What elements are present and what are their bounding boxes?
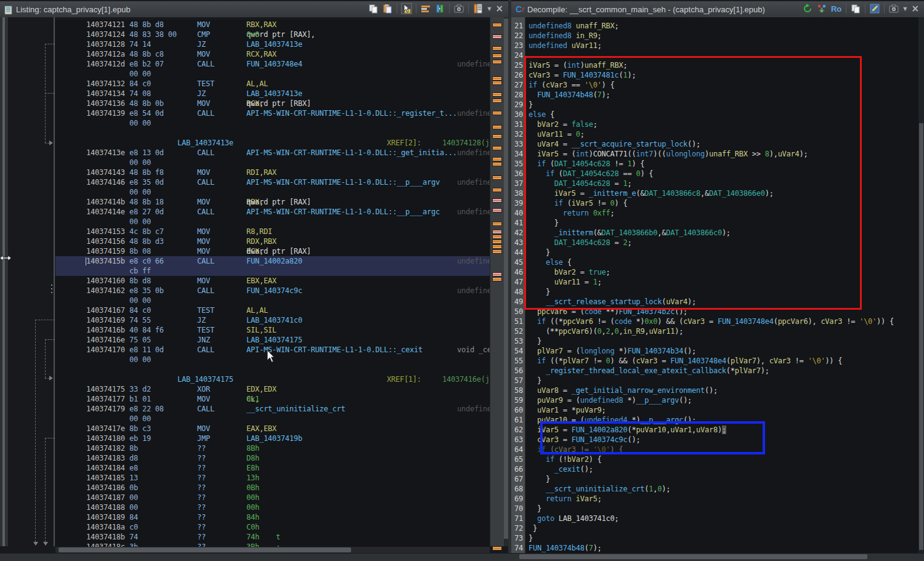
- code-line[interactable]: 72 }: [511, 523, 918, 533]
- code-line[interactable]: 60 uVar1 = *puVar9;: [511, 405, 918, 415]
- bookmark-marker[interactable]: [492, 240, 502, 244]
- code-line[interactable]: 52 (**ppcVar6)(0,2,0,in_R9,uVar11);: [511, 326, 918, 336]
- code-line[interactable]: 45 else {: [511, 257, 918, 267]
- code-line[interactable]: 37 DAT_14054c628 = 1;: [511, 179, 918, 188]
- bookmark-marker[interactable]: [492, 188, 502, 192]
- bookmark-marker[interactable]: [492, 249, 502, 254]
- code-line[interactable]: 21undefined8 unaff_RBX;: [511, 21, 918, 31]
- listing-row[interactable]: 14037412448 83 38 00CMPqword ptr [RAX],0…: [55, 30, 490, 39]
- listing-row[interactable]: 140374162e8 35 0bCALLFUN_140374c9cundefi…: [55, 286, 490, 296]
- dropdown-icon[interactable]: ▼: [487, 6, 491, 12]
- bookmark-marker[interactable]: [492, 34, 502, 39]
- listing-row[interactable]: 1403741860b??0Bh: [55, 483, 490, 493]
- snapshot-icon[interactable]: [889, 4, 899, 14]
- code-line[interactable]: 31 bVar2 = false;: [511, 119, 918, 129]
- listing-hscroll-thumb[interactable]: [59, 547, 351, 552]
- listing-row[interactable]: 140374177b1 01MOVCL,0x1: [55, 394, 490, 404]
- bookmark-marker[interactable]: [492, 235, 502, 239]
- bookmark-marker[interactable]: [492, 99, 502, 103]
- listing-row[interactable]: 14037412a48 8b c8MOVRCX,RAX: [55, 49, 490, 59]
- code-line[interactable]: 53 }: [511, 336, 918, 346]
- bookmark-marker[interactable]: [492, 162, 502, 166]
- listing-row[interactable]: 00 00: [55, 158, 490, 167]
- decompiled-code[interactable]: 21undefined8 unaff_RBX;22undefined8 in_R…: [511, 21, 918, 553]
- listing-label-row[interactable]: LAB_14037413eXREF[2]:140374128(j: [55, 138, 490, 148]
- code-line[interactable]: 23undefined uVar11;: [511, 41, 918, 50]
- code-line[interactable]: 35 if (DAT_14054c628 != 1) {: [511, 159, 918, 169]
- edit-icon[interactable]: [870, 4, 880, 14]
- code-line[interactable]: 55 if ((*plVar7 != 0) && (cVar3 = FUN_14…: [511, 356, 918, 366]
- code-line[interactable]: 56 _register_thread_local_exe_atexit_cal…: [511, 366, 918, 376]
- bookmark-marker[interactable]: [492, 134, 502, 139]
- code-line[interactable]: 30else {: [511, 110, 918, 119]
- refresh-icon[interactable]: [803, 4, 813, 14]
- listing-row[interactable]: 00 00: [55, 118, 490, 128]
- code-line[interactable]: 61 puVar10 = (undefined4 *)__p___argc();: [511, 415, 918, 425]
- listing-row[interactable]: 140374170e8 11 0dCALLAPI-MS-WIN-CRT-RUNT…: [55, 345, 490, 355]
- code-line[interactable]: 57 }: [511, 376, 918, 385]
- code-line[interactable]: 65 if (!bVar2) {: [511, 454, 918, 464]
- code-line[interactable]: 62 iVar5 = FUN_14002a820(*puVar10,uVar1,…: [511, 425, 918, 435]
- listing-row[interactable]: 14037413284 c0TESTAL,AL: [55, 79, 490, 89]
- cursor-select-icon[interactable]: [402, 4, 411, 14]
- bookmark-marker[interactable]: [492, 176, 502, 180]
- listing-row[interactable]: 1403741598b 08MOVECX,dword ptr [RAX]: [55, 246, 490, 256]
- listing-row[interactable]: 14037416784 c0TESTAL,AL: [55, 305, 490, 315]
- listing-row[interactable]: 140374139e8 54 0dCALLAPI-MS-WIN-CRT-RUNT…: [55, 108, 490, 118]
- code-line[interactable]: 50 ppcVar6 = (code **)FUN_140374b2c();: [511, 307, 918, 317]
- listing-row[interactable]: 00 00: [55, 414, 490, 424]
- code-line[interactable]: 41 }: [511, 218, 918, 228]
- listing-row[interactable]: 14037416974 55JZLAB_1403741c0: [55, 315, 490, 325]
- listing-row[interactable]: 1403741828b??8Bh: [55, 443, 490, 453]
- bookmark-marker[interactable]: [492, 23, 502, 27]
- dropdown-icon[interactable]: ▼: [903, 6, 907, 12]
- copy-icon[interactable]: [851, 4, 861, 14]
- bookmark-marker[interactable]: [492, 272, 502, 276]
- bookmark-marker[interactable]: [492, 244, 502, 249]
- bookmark-marker[interactable]: [492, 60, 502, 64]
- listing-row[interactable]: 14037418ac0??C0h: [55, 522, 490, 532]
- listing-row[interactable]: 14037412148 8b d8MOVRBX,RAX: [55, 20, 490, 30]
- code-line[interactable]: 49 __scrt_release_startup_lock(uVar4);: [511, 297, 918, 307]
- code-line[interactable]: 64 if (cVar3 != '\0') {: [511, 445, 918, 454]
- bookmark-marker[interactable]: [492, 81, 502, 85]
- code-line[interactable]: 28 FUN_140374b48(7);: [511, 90, 918, 100]
- bookmark-marker[interactable]: [492, 230, 502, 234]
- bookmark-marker[interactable]: [492, 222, 502, 226]
- code-line[interactable]: 68 __scrt_uninitialize_crt(1,0);: [511, 484, 918, 494]
- code-line[interactable]: 69 return iVar5;: [511, 494, 918, 504]
- listing-row[interactable]: 00 00: [55, 187, 490, 197]
- bookmark-marker[interactable]: [492, 208, 502, 212]
- decompile-hscroll-thumb[interactable]: [519, 554, 867, 559]
- code-line[interactable]: 40 return 0xff;: [511, 208, 918, 218]
- listing-row[interactable]: 14037413648 8b 0bMOVRCX,qword ptr [RBX]: [55, 99, 490, 108]
- code-line[interactable]: 63 cVar3 = FUN_140374c9c();: [511, 435, 918, 445]
- decompile-vscroll-thumb[interactable]: [919, 123, 923, 550]
- code-line[interactable]: 48 }: [511, 287, 918, 297]
- close-icon[interactable]: ×: [911, 4, 919, 14]
- listing-row[interactable]: 14037417533 d2XOREDX,EDX: [55, 384, 490, 394]
- diff-icon[interactable]: [435, 4, 445, 14]
- listing-row[interactable]: 14037413474 08JZLAB_14037413e: [55, 89, 490, 99]
- listing-row[interactable]: 00 00: [55, 355, 490, 365]
- listing-row[interactable]: 00 00: [55, 217, 490, 227]
- code-line[interactable]: 74FUN_140374b48(7);: [511, 543, 918, 553]
- code-line[interactable]: 67 }: [511, 474, 918, 484]
- listing-row[interactable]: 14037413ee8 13 0dCALLAPI-MS-WIN-CRT-RUNT…: [55, 148, 490, 158]
- bookmark-marker[interactable]: [492, 54, 502, 58]
- code-line[interactable]: 42 _initterm(&DAT_1403866b0,&DAT_1403866…: [511, 228, 918, 238]
- bookmark-marker[interactable]: [492, 157, 502, 161]
- listing-row[interactable]: cb ff: [55, 266, 490, 276]
- listing-label-row[interactable]: LAB_140374175XREF[1]:14037416e(j: [55, 374, 490, 384]
- listing-row[interactable]: 140374179e8 22 08CALL__scrt_uninitialize…: [55, 404, 490, 414]
- listing-row[interactable]: 1403741534c 8b c7MOVR8,RDI: [55, 227, 490, 236]
- listing-row[interactable]: 14037418984??84h: [55, 512, 490, 522]
- listing-row[interactable]: 140374146e8 35 0dCALLAPI-MS-WIN-CRT-RUNT…: [55, 177, 490, 187]
- listing-row[interactable]: 1403741608b d8MOVEBX,EAX: [55, 276, 490, 286]
- bookmark-marker[interactable]: [492, 46, 502, 50]
- code-line[interactable]: 73}: [511, 533, 918, 543]
- bookmark-marker[interactable]: [492, 546, 502, 551]
- bookmark-marker[interactable]: [492, 92, 502, 97]
- readonly-label[interactable]: Ro: [831, 4, 841, 14]
- listing-row[interactable]: 14037418c3b??3Bh;: [55, 542, 490, 547]
